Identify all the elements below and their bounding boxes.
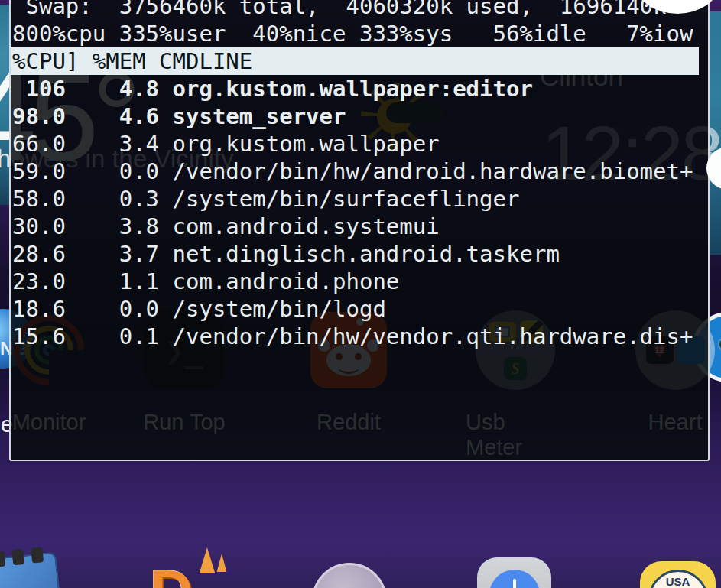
process-row: 18.6 0.0 /system/bin/logd — [11, 295, 708, 323]
analog-clock-icon[interactable] — [477, 557, 551, 588]
process-row: 30.0 3.8 com.android.systemui — [11, 213, 708, 240]
terminal-overlay-window[interactable]: Swap: 3756460k total, 4060320k used, 169… — [9, 0, 710, 461]
swap-summary-line: Swap: 3756460k total, 4060320k used, 169… — [11, 0, 708, 20]
cpu-summary-line: 800%cpu 335%user 40%nice 333%sys 56%idle… — [11, 20, 708, 47]
process-row: 58.0 0.3 /system/bin/surfaceflinger — [11, 185, 708, 213]
gray-circle-icon[interactable] — [312, 563, 387, 588]
android-home-screen: 45° Showers in the Vicinity Clinton 12:2… — [0, 0, 721, 588]
process-row: 59.0 0.0 /vendor/bin/hw/android.hardware… — [11, 158, 708, 185]
process-row: 98.0 4.6 system_server — [11, 102, 708, 130]
process-rows: 106 4.8 org.kustom.wallpaper:editor98.0 … — [11, 75, 708, 350]
usa-seal-icon[interactable]: USA — [640, 561, 716, 588]
process-row: 28.6 3.7 net.dinglisch.android.taskerm — [11, 240, 708, 268]
process-row: 15.6 0.1 /vendor/bin/hw/vendor.qti.hardw… — [11, 323, 708, 350]
drastic-d-icon[interactable]: D — [150, 557, 193, 588]
process-row: 66.0 3.4 org.kustom.wallpaper — [11, 130, 708, 158]
usa-seal-text: USA — [666, 575, 690, 588]
process-row: 23.0 1.1 com.android.phone — [11, 268, 708, 295]
process-table-header[interactable]: %CPU] %MEM CMDLINE — [11, 47, 699, 75]
notebook-icon[interactable] — [0, 551, 63, 588]
process-row: 106 4.8 org.kustom.wallpaper:editor — [11, 75, 708, 102]
